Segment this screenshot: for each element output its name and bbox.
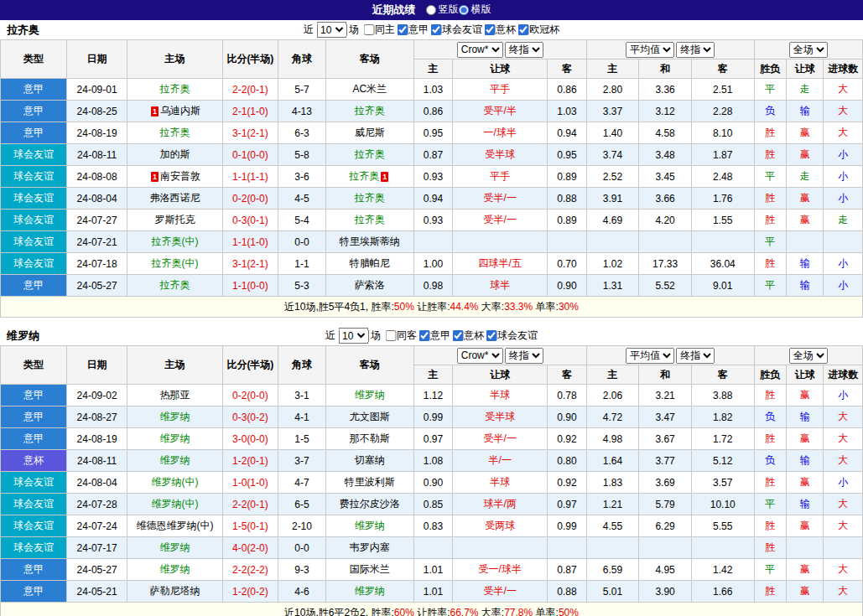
team-link[interactable]: 拉齐奥 xyxy=(355,105,385,116)
team-link[interactable]: 热那亚 xyxy=(160,389,190,401)
filter-checkbox[interactable]: 意甲 xyxy=(419,329,450,343)
filter-checkbox[interactable]: 意杯 xyxy=(452,329,484,343)
bookmaker-select[interactable]: Crow* xyxy=(457,42,503,58)
avg-select[interactable]: 平均值 xyxy=(626,348,674,364)
score-halftime[interactable]: 0-3(0-1) xyxy=(222,210,278,231)
team-link[interactable]: 拉齐奥 xyxy=(160,83,190,95)
team-link[interactable]: 威尼斯 xyxy=(355,127,385,138)
filter-checkbox-input[interactable] xyxy=(430,24,441,35)
layout-radio[interactable]: 横版 xyxy=(459,3,491,17)
team-link[interactable]: 弗洛西诺尼 xyxy=(150,192,200,204)
result-goals: 大 xyxy=(824,581,863,603)
score-halftime[interactable]: 1-2(0-2) xyxy=(222,581,278,603)
score-halftime[interactable]: 0-2(0-0) xyxy=(222,385,278,406)
filter-checkbox[interactable]: 欧冠杯 xyxy=(517,23,559,37)
team-link[interactable]: 维罗纳 xyxy=(160,432,190,444)
filter-checkbox[interactable]: 意甲 xyxy=(397,23,429,37)
team-link[interactable]: 拉齐奥 xyxy=(355,148,385,160)
team-link[interactable]: AC米兰 xyxy=(352,83,387,95)
bookmaker-select[interactable]: Crow* xyxy=(457,348,503,364)
team-link[interactable]: 特里波利斯 xyxy=(345,476,395,488)
avg-time-select[interactable]: 终指 xyxy=(676,348,715,364)
odds-time-select[interactable]: 终指 xyxy=(505,348,543,364)
layout-radio-input[interactable] xyxy=(459,5,469,15)
match-date: 24-07-27 xyxy=(66,210,127,231)
team-link[interactable]: 费拉尔皮沙洛 xyxy=(340,498,400,510)
filter-checkbox-input[interactable] xyxy=(397,24,408,35)
score-halftime[interactable]: 1-2(0-1) xyxy=(222,450,278,472)
team-link[interactable]: 拉齐奥 xyxy=(349,170,379,182)
team-link[interactable]: 尤文图斯 xyxy=(350,411,390,422)
team-link[interactable]: 乌迪内斯 xyxy=(160,105,200,116)
score-halftime[interactable]: 1-1(1-0) xyxy=(222,231,278,253)
team-link[interactable]: 维德恩维罗纳(中) xyxy=(137,520,214,531)
team-link[interactable]: 维罗纳 xyxy=(355,520,385,531)
score-halftime[interactable]: 3-1(2-1) xyxy=(222,253,278,275)
filter-checkbox[interactable]: 球会友谊 xyxy=(486,329,538,343)
score-halftime[interactable]: 0-1(0-0) xyxy=(222,144,278,166)
team-link[interactable]: 拉齐奥 xyxy=(160,279,190,291)
team-link[interactable]: 韦罗内塞 xyxy=(350,541,390,553)
team-link[interactable]: 那不勒斯 xyxy=(350,432,390,444)
team-link[interactable]: 加的斯 xyxy=(160,148,190,160)
team-link[interactable]: 拉齐奥(中) xyxy=(152,257,199,269)
filter-checkbox-input[interactable] xyxy=(517,24,528,35)
team-link[interactable]: 维罗纳 xyxy=(160,411,190,422)
team-link[interactable]: 维罗纳 xyxy=(160,541,190,553)
filter-checkbox-input[interactable] xyxy=(452,330,463,341)
filter-checkbox[interactable]: 同客 xyxy=(385,329,417,343)
team-link[interactable]: 萨勒尼塔纳 xyxy=(150,585,200,597)
score-halftime[interactable]: 1-0(1-0) xyxy=(222,472,278,494)
team-link[interactable]: 萨索洛 xyxy=(355,279,385,291)
team-link[interactable]: 罗斯托克 xyxy=(155,214,195,225)
filter-checkbox-input[interactable] xyxy=(484,24,495,35)
team-link[interactable]: 特里埃斯蒂纳 xyxy=(340,236,400,247)
odds-time-select[interactable]: 终指 xyxy=(505,42,543,58)
score-halftime[interactable]: 2-2(2-2) xyxy=(222,559,278,581)
score-halftime[interactable]: 1-5(0-1) xyxy=(222,515,278,537)
team-link[interactable]: 维罗纳 xyxy=(355,585,385,597)
match-count-select[interactable]: 10 xyxy=(338,328,368,344)
scope-select[interactable]: 全场 xyxy=(789,348,828,364)
score-halftime[interactable]: 2-2(0-1) xyxy=(222,79,278,101)
score-halftime[interactable]: 4-0(2-0) xyxy=(222,537,278,559)
score-halftime[interactable]: 2-1(1-0) xyxy=(222,101,278,122)
team-link[interactable]: 切塞纳 xyxy=(355,454,385,466)
scope-select[interactable]: 全场 xyxy=(789,42,828,58)
team-link[interactable]: 拉齐奥 xyxy=(355,192,385,204)
team-link[interactable]: 维罗纳(中) xyxy=(152,498,199,510)
team-link[interactable]: 拉齐奥 xyxy=(160,127,190,138)
team-link[interactable]: 特腊帕尼 xyxy=(350,257,390,269)
score-halftime[interactable]: 3-0(0-0) xyxy=(222,428,278,450)
team-link[interactable]: 维罗纳 xyxy=(160,563,190,575)
score-halftime[interactable]: 1-1(1-1) xyxy=(222,166,278,188)
team-link[interactable]: 维罗纳(中) xyxy=(152,476,199,488)
match-date: 24-07-17 xyxy=(66,537,127,559)
avg-select[interactable]: 平均值 xyxy=(626,42,674,58)
filter-checkbox-input[interactable] xyxy=(419,330,429,341)
avg-time-select[interactable]: 终指 xyxy=(676,42,715,58)
team-link[interactable]: 维罗纳 xyxy=(355,389,385,401)
filter-checkbox[interactable]: 同主 xyxy=(363,23,395,37)
filter-checkbox[interactable]: 意杯 xyxy=(484,23,516,37)
team-link[interactable]: 维罗纳 xyxy=(160,454,190,466)
team-link[interactable]: 拉齐奥(中) xyxy=(152,236,199,247)
filter-checkbox-input[interactable] xyxy=(363,24,374,35)
score-halftime[interactable]: 3-1(2-1) xyxy=(222,122,278,144)
score-halftime[interactable]: 0-2(0-0) xyxy=(222,188,278,210)
score-halftime[interactable]: 0-3(0-2) xyxy=(222,406,278,428)
match-row: 球会友谊24-07-27罗斯托克0-3(0-1)5-4拉齐奥0.93受半/一0.… xyxy=(1,210,863,231)
filter-checkbox-input[interactable] xyxy=(385,330,396,341)
match-row: 球会友谊24-07-18拉齐奥(中)3-1(2-1)1-1特腊帕尼1.00四球半… xyxy=(1,253,863,275)
match-count-select[interactable]: 10 xyxy=(316,22,346,38)
score-halftime[interactable]: 2-2(0-1) xyxy=(222,494,278,515)
filter-checkbox[interactable]: 球会友谊 xyxy=(430,23,482,37)
layout-radio-input[interactable] xyxy=(426,5,436,15)
layout-radio[interactable]: 竖版 xyxy=(426,3,459,17)
score-halftime[interactable]: 1-1(0-0) xyxy=(222,275,278,297)
odds-away: 0.94 xyxy=(548,122,586,144)
team-link[interactable]: 国际米兰 xyxy=(350,563,390,575)
filter-checkbox-input[interactable] xyxy=(486,330,496,341)
team-link[interactable]: 南安普敦 xyxy=(160,170,200,182)
team-link[interactable]: 拉齐奥 xyxy=(355,214,385,225)
